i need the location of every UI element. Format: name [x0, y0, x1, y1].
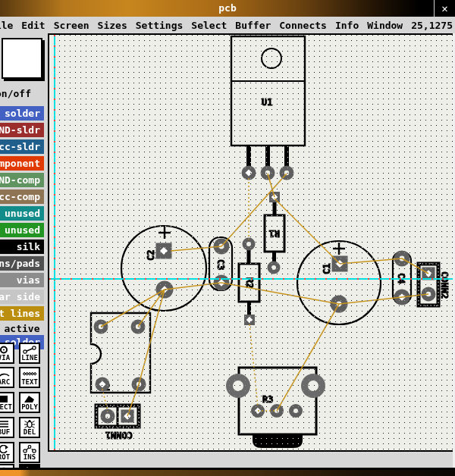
- board-preview-panel[interactable]: [2, 38, 42, 79]
- refdes-c2: C2: [146, 250, 156, 261]
- layer-toggle-gnd-comp[interactable]: GND-comp: [0, 173, 44, 187]
- layer-toggle-vcc-sldr[interactable]: Vcc-sldr: [0, 139, 44, 154]
- refdes-conn1: CONN1: [105, 430, 133, 440]
- menu-sizes[interactable]: Sizes: [98, 20, 127, 31]
- text-icon: [22, 370, 37, 378]
- tool-ins-button[interactable]: INS: [19, 442, 40, 463]
- rotate-icon: [0, 445, 11, 453]
- insert-point-icon: [22, 444, 37, 453]
- mounting-hole-r3-left[interactable]: [226, 374, 250, 398]
- buffer-icon: [0, 420, 11, 428]
- window-title: pcb: [0, 0, 455, 17]
- via-icon: [0, 346, 11, 354]
- refdes-c4: C4: [396, 273, 406, 283]
- refdes-c1: C1: [322, 264, 332, 274]
- window-bottom-border[interactable]: [0, 468, 455, 476]
- layer-toggle-vcc-comp[interactable]: Vcc-comp: [0, 189, 44, 204]
- menu-settings[interactable]: Settings: [136, 20, 184, 31]
- arc-icon: [0, 370, 11, 378]
- mounting-hole-r3-right[interactable]: [301, 374, 325, 398]
- pad-r1-2[interactable]: [268, 261, 281, 274]
- tool-rot-button[interactable]: ROT: [0, 442, 14, 463]
- layer-toggle-silk[interactable]: silk: [0, 240, 44, 254]
- layer-onoff-label: on/off: [0, 88, 31, 99]
- layer-toggle-gnd-sldr[interactable]: GND-sldr: [0, 123, 44, 137]
- menu-file[interactable]: File: [0, 20, 13, 31]
- refdes-r3: R3: [262, 394, 273, 405]
- rectangle-icon: [0, 395, 11, 403]
- pad-r3-3[interactable]: [289, 404, 303, 418]
- component-u1[interactable]: U1: [231, 36, 305, 170]
- layer-toggle-rat-lines[interactable]: rat lines: [0, 306, 44, 321]
- refdes-conn2: CONN2: [439, 271, 450, 299]
- layer-toggle-vias[interactable]: vias: [0, 273, 44, 287]
- component-r2[interactable]: R2: [239, 249, 259, 316]
- board-drawing: U1 R1 R2 C3: [49, 35, 453, 450]
- pins-pads-layer: [94, 166, 436, 424]
- layer-toggle-far-side[interactable]: far side: [0, 290, 44, 304]
- rat-lines-dotted: [102, 178, 275, 412]
- layer-toggle-component[interactable]: component: [0, 156, 44, 171]
- pcb-canvas[interactable]: U1 R1 R2 C3: [48, 33, 454, 452]
- tool-buf-button[interactable]: BUF: [0, 417, 14, 438]
- menu-screen[interactable]: Screen: [54, 20, 89, 31]
- tool-rect-button[interactable]: RECT: [0, 392, 14, 413]
- pad-r2-1[interactable]: [243, 238, 256, 251]
- refdes-r1: R1: [269, 228, 280, 239]
- cursor-position-readout: 25,1275: [411, 20, 453, 31]
- menu-info[interactable]: Info: [335, 20, 359, 31]
- component-r1[interactable]: R1: [265, 202, 284, 263]
- pcb-application-window: pcb ✕ File Edit Screen Sizes Settings Se…: [0, 0, 455, 476]
- menu-select[interactable]: Select: [191, 20, 227, 31]
- tool-del-button[interactable]: DEL: [19, 417, 40, 438]
- menu-window[interactable]: Window: [367, 20, 403, 31]
- tool-via-button[interactable]: VIA: [0, 343, 14, 364]
- menu-bar: File Edit Screen Sizes Settings Select B…: [0, 17, 455, 33]
- title-bar[interactable]: pcb ✕: [0, 0, 455, 17]
- close-icon[interactable]: ✕: [434, 0, 455, 17]
- pad-u1-1[interactable]: [242, 166, 256, 180]
- layer-toggle-solder[interactable]: solder: [0, 106, 44, 121]
- tool-line-button[interactable]: LINE: [19, 343, 40, 364]
- pad-c2-pos[interactable]: [156, 243, 172, 259]
- polygon-icon: [22, 395, 37, 403]
- tool-text-button[interactable]: TEXT: [19, 367, 40, 388]
- layer-toggle-unused-1[interactable]: unused: [0, 206, 44, 221]
- tool-poly-button[interactable]: POLY: [19, 392, 40, 413]
- tool-arc-button[interactable]: ARC: [0, 367, 14, 388]
- menu-connects[interactable]: Connects: [279, 20, 327, 31]
- refdes-c3: C3: [215, 259, 226, 270]
- active-layer-label: active: [0, 323, 44, 334]
- pad-u1-3[interactable]: [280, 166, 294, 180]
- layer-toggle-unused-2[interactable]: unused: [0, 223, 44, 237]
- delete-bug-icon: [22, 419, 37, 428]
- menu-edit[interactable]: Edit: [21, 20, 45, 31]
- refdes-u1: U1: [262, 97, 272, 108]
- menu-buffer[interactable]: Buffer: [235, 20, 271, 31]
- pad-u1-2[interactable]: [261, 166, 275, 180]
- line-icon: [22, 346, 37, 354]
- layer-toggle-pins-pads[interactable]: pins/pads: [0, 256, 44, 271]
- pad-r2-2[interactable]: [244, 315, 255, 325]
